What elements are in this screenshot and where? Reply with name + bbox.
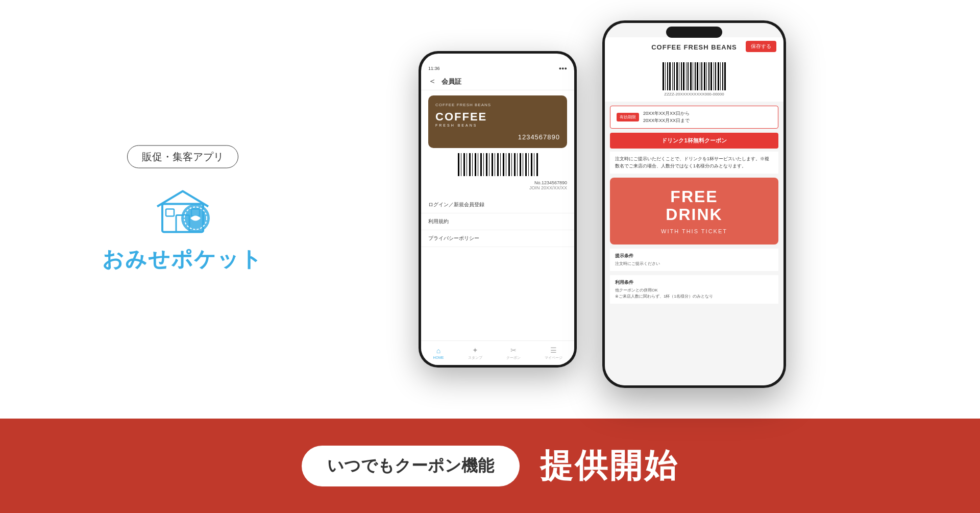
back-menu: ログイン／新規会員登録 利用規約 プライバシーポリシー [421, 197, 574, 247]
phone-notch [666, 27, 722, 38]
back-status-bar: 11:36 ●●● [421, 64, 574, 73]
phone-front-screen: 保存する COFFEE FRESH BEANS [605, 23, 783, 385]
nav-home-label: HOME [433, 356, 444, 359]
back-barcode [428, 153, 567, 176]
front-screen-content: 保存する COFFEE FRESH BEANS [605, 23, 783, 385]
barcode-number: ZZZZ-20XXXXXXXXX000-00000 [615, 92, 773, 96]
back-time: 11:36 [428, 66, 440, 71]
nav-coupon[interactable]: ✂ クーポン [506, 346, 521, 360]
menu-item-terms[interactable]: 利用規約 [421, 213, 574, 230]
phone-front: 保存する COFFEE FRESH BEANS [602, 20, 786, 388]
nav-home[interactable]: ⌂ HOME [433, 347, 444, 359]
svg-rect-2 [166, 209, 174, 216]
menu-item-privacy[interactable]: プライバシーポリシー [421, 230, 574, 247]
back-screen-content: 11:36 ●●● ＜ 会員証 COFFEE FRESH BEANS COFFE… [421, 54, 574, 365]
back-header-title: 会員証 [442, 77, 461, 86]
save-button[interactable]: 保存する [746, 41, 776, 52]
phone-back: 11:36 ●●● ＜ 会員証 COFFEE FRESH BEANS COFFE… [419, 51, 577, 368]
back-header: ＜ 会員証 [421, 73, 574, 90]
validity-line1: 20XX年XX月XX日から [643, 110, 690, 117]
nav-stamp[interactable]: ✦ スタンプ [468, 346, 482, 360]
nav-coupon-label: クーポン [506, 355, 521, 360]
validity-section: 有効期限 20XX年XX月XX日から 20XX年XX月XX日まで [610, 106, 778, 129]
membership-card: COFFEE FRESH BEANS COFFEE FRESH BEANS 12… [428, 95, 567, 148]
coupon-icon: ✂ [510, 346, 517, 354]
back-signal: ●●● [559, 66, 567, 71]
card-logo: COFFEE [435, 110, 560, 124]
card-sub: FRESH BEANS [435, 124, 560, 127]
condition1-title: 提示条件 [615, 253, 773, 259]
bottom-nav: ⌂ HOME ✦ スタンプ ✂ クーポン [421, 340, 574, 365]
validity-label: 有効期限 [617, 113, 639, 121]
free-drink-ticket: FREE DRINK WITH THIS TICKET [610, 178, 778, 244]
validity-line2: 20XX年XX月XX日まで [643, 117, 690, 125]
coupon-badge: いつでもクーポン機能 [302, 446, 520, 486]
nav-stamp-label: スタンプ [468, 355, 482, 360]
front-barcode-lines [615, 62, 773, 90]
condition2: 利用条件 他クーポンとの併用OK※ご来店人数に関わらず、1杯（1名様分）のみとな… [610, 275, 778, 304]
validity-text: 20XX年XX月XX日から 20XX年XX月XX日まで [643, 110, 690, 124]
barcode-lines [428, 153, 567, 176]
bottom-section: いつでもクーポン機能 提供開始 [0, 419, 980, 513]
coupon-desc: 注文時にご提示いただくことで、ドリンクを1杯サービスいたします。※複数名でご来店… [610, 152, 778, 174]
top-section: 販促・集客アプリ [0, 0, 980, 419]
free-drink-line1: FREE [620, 188, 768, 206]
condition1: 提示条件 注文時にご提示ください [610, 249, 778, 271]
condition2-title: 利用条件 [615, 279, 773, 286]
free-drink-sub: WITH THIS TICKET [620, 228, 768, 234]
free-drink-line2: DRINK [620, 206, 768, 224]
store-icon [150, 179, 216, 235]
logo-area: 販促・集客アプリ [102, 145, 263, 274]
app-name: おみせポケット [102, 245, 263, 274]
condition2-text: 他クーポンとの併用OK※ご来店人数に関わらず、1杯（1名様分）のみとなり [615, 287, 773, 300]
nav-mypage[interactable]: ☰ マイページ [545, 346, 562, 360]
condition1-text: 注文時にご提示ください [615, 261, 773, 267]
stamp-icon: ✦ [472, 346, 478, 354]
back-nav-icon[interactable]: ＜ [428, 76, 436, 87]
front-barcode-area: ZZZZ-20XXXXXXXXX000-00000 [605, 57, 783, 102]
join-date: JOIN 20XX/XX/XX [421, 185, 574, 190]
card-number: 1234567890 [435, 133, 560, 141]
menu-item-login[interactable]: ログイン／新規会員登録 [421, 197, 574, 213]
coupon-desc-text: 注文時にご提示いただくことで、ドリンクを1杯サービスいたします。※複数名でご来店… [615, 156, 769, 168]
coupon-header: ドリンク1杯無料クーポン [610, 133, 778, 149]
app-tag: 販促・集客アプリ [127, 145, 238, 168]
nav-mypage-label: マイページ [545, 355, 562, 360]
mypage-icon: ☰ [550, 346, 557, 354]
release-text: 提供開始 [540, 444, 679, 488]
member-number: No.1234567890 [421, 180, 574, 185]
home-icon: ⌂ [436, 347, 440, 355]
phone-back-screen: 11:36 ●●● ＜ 会員証 COFFEE FRESH BEANS COFFE… [421, 54, 574, 365]
page-wrapper: 販促・集客アプリ [0, 0, 980, 513]
card-brand: COFFEE FRESH BEANS [435, 103, 560, 107]
phones-area: 11:36 ●●● ＜ 会員証 COFFEE FRESH BEANS COFFE… [419, 20, 786, 393]
